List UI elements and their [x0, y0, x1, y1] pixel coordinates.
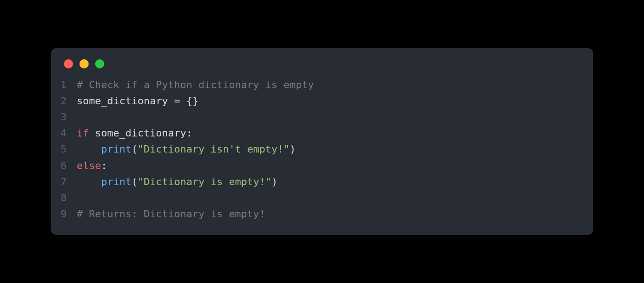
line-number: 3 [51, 109, 77, 125]
line-content: print("Dictionary isn't empty!") [77, 141, 593, 157]
code-token: else [77, 160, 101, 171]
code-token: # Returns: Dictionary is empty! [77, 208, 266, 220]
close-icon[interactable] [64, 59, 73, 68]
code-line: 7 print("Dictionary is empty!") [51, 174, 593, 190]
code-token: ) [290, 143, 296, 155]
code-line: 5 print("Dictionary isn't empty!") [51, 141, 593, 157]
code-token: "Dictionary isn't empty!" [137, 143, 289, 155]
line-content: if some_dictionary: [77, 125, 593, 141]
line-number: 4 [51, 125, 77, 141]
code-line: 9# Returns: Dictionary is empty! [51, 206, 593, 222]
code-line: 3 [51, 109, 593, 125]
zoom-icon[interactable] [95, 59, 104, 68]
code-token: print [101, 143, 131, 155]
code-token: ( [131, 176, 137, 187]
code-token: ) [271, 176, 277, 187]
code-line: 8 [51, 190, 593, 206]
code-token [180, 95, 186, 107]
code-token: if [77, 127, 89, 139]
code-line: 6else: [51, 158, 593, 174]
line-number: 7 [51, 174, 77, 190]
line-number: 6 [51, 158, 77, 174]
line-content: some_dictionary = {} [77, 93, 593, 109]
line-content: else: [77, 158, 593, 174]
code-line: 1# Check if a Python dictionary is empty [51, 77, 593, 93]
code-token [77, 176, 101, 187]
code-token [77, 143, 101, 155]
code-token: # Check if a Python dictionary is empty [77, 79, 314, 91]
code-line: 2some_dictionary = {} [51, 93, 593, 109]
line-content: # Check if a Python dictionary is empty [77, 77, 593, 93]
code-token: some_dictionary [77, 95, 174, 107]
code-token: : [186, 127, 192, 139]
code-token: = [174, 95, 180, 107]
line-content: print("Dictionary is empty!") [77, 174, 593, 190]
window-titlebar [51, 59, 593, 77]
code-token: ( [131, 143, 137, 155]
line-content: # Returns: Dictionary is empty! [77, 206, 593, 222]
line-number: 8 [51, 190, 77, 206]
line-content [77, 190, 593, 206]
line-number: 9 [51, 206, 77, 222]
code-block[interactable]: 1# Check if a Python dictionary is empty… [51, 77, 593, 222]
code-line: 4if some_dictionary: [51, 125, 593, 141]
line-number: 1 [51, 77, 77, 93]
code-token: print [101, 176, 131, 187]
line-number: 2 [51, 93, 77, 109]
line-content [77, 109, 593, 125]
code-token: some_dictionary [89, 127, 186, 139]
code-token: : [101, 160, 107, 171]
code-token: "Dictionary is empty!" [137, 176, 271, 187]
code-token: {} [186, 95, 198, 107]
code-window: 1# Check if a Python dictionary is empty… [51, 48, 593, 235]
minimize-icon[interactable] [79, 59, 89, 68]
line-number: 5 [51, 141, 77, 157]
